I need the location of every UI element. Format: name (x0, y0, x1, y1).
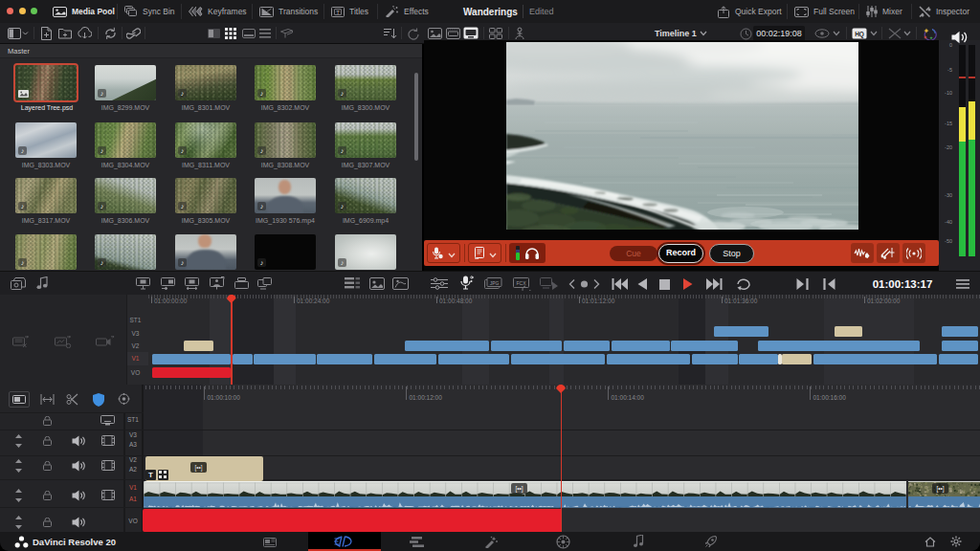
svg-text:HQ: HQ (855, 31, 864, 38)
svg-text:JPG: JPG (490, 280, 500, 286)
svg-text:T: T (336, 10, 340, 15)
svg-text:FCX: FCX (517, 280, 527, 286)
